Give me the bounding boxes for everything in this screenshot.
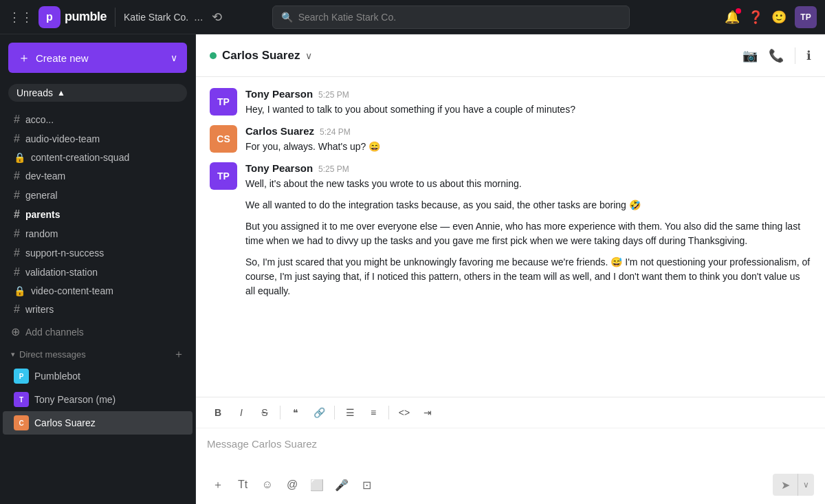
link-button[interactable]: 🔗 bbox=[308, 403, 330, 422]
dm-name: Pumblebot bbox=[34, 371, 80, 382]
bottom-toolbar: ＋ Tt ☺ @ ⬜ 🎤 ⊡ ➤ ∨ bbox=[196, 470, 825, 504]
sidebar-item-validation-station[interactable]: #validation-station bbox=[3, 263, 192, 282]
sidebar-item-random[interactable]: #random bbox=[3, 224, 192, 243]
hash-icon: # bbox=[14, 247, 20, 259]
message-group-2: CS Carlos Suarez 5:24 PM For you, always… bbox=[210, 125, 811, 154]
sidebar-item-content-creation-squad[interactable]: 🔒content-creation-squad bbox=[3, 149, 192, 166]
attach-button[interactable]: ＋ bbox=[207, 474, 229, 496]
history-icon[interactable]: ⟲ bbox=[212, 10, 222, 25]
message-paragraph-1: Well, it's about the new tasks you wrote… bbox=[245, 177, 811, 191]
channel-name: content-creation-squad bbox=[31, 152, 129, 163]
dm-name: Tony Pearson (me) bbox=[34, 394, 116, 405]
toolbar-divider-1 bbox=[280, 406, 280, 419]
toolbar-divider-2 bbox=[334, 406, 335, 419]
top-nav: ⋮⋮ p pumble Katie Stark Co. ... ⟲ 🔍 🔔 ❓ … bbox=[0, 0, 825, 34]
sidebar-item-general[interactable]: #general bbox=[3, 186, 192, 205]
hash-icon: # bbox=[14, 170, 20, 182]
message-input-area bbox=[196, 428, 825, 470]
message-paragraph-4: So, I'm just scared that you might be un… bbox=[245, 255, 811, 298]
toolbar-divider-3 bbox=[388, 406, 389, 419]
text-format-button[interactable]: Tt bbox=[232, 474, 254, 496]
user-avatar[interactable]: TP bbox=[795, 6, 817, 28]
message-sender-3: Tony Pearson bbox=[245, 162, 313, 174]
add-channels-plus-icon: ⊕ bbox=[11, 325, 20, 338]
bold-button[interactable]: B bbox=[207, 403, 229, 422]
add-channels-button[interactable]: ⊕ Add channels bbox=[0, 322, 195, 342]
ordered-list-button[interactable]: ☰ bbox=[339, 403, 361, 422]
unreads-button[interactable]: Unreads ▲ bbox=[8, 84, 187, 102]
carlos-avatar: C bbox=[14, 415, 29, 430]
chat-header: Carlos Suarez ∨ 📷 📞 ℹ bbox=[196, 34, 825, 77]
search-input[interactable] bbox=[298, 12, 621, 23]
apps-icon[interactable]: ⋮⋮ bbox=[8, 10, 33, 25]
create-new-label: Create new bbox=[36, 52, 89, 64]
hash-icon: # bbox=[14, 266, 20, 278]
channel-name: acco... bbox=[25, 114, 54, 125]
info-icon[interactable]: ℹ bbox=[806, 48, 811, 63]
video-call-icon[interactable]: 📷 bbox=[742, 48, 758, 63]
dm-item-pumblebot[interactable]: P Pumblebot bbox=[3, 364, 192, 388]
code-button[interactable]: <> bbox=[393, 403, 415, 422]
contact-dropdown-icon[interactable]: ∨ bbox=[305, 50, 312, 61]
unordered-list-button[interactable]: ≡ bbox=[362, 403, 384, 422]
main-layout: ＋ Create new ∨ Unreads ▲ #acco... #audio… bbox=[0, 34, 825, 504]
audio-button[interactable]: 🎤 bbox=[331, 474, 353, 496]
help-icon[interactable]: ❓ bbox=[748, 10, 763, 25]
sidebar-item-support-n-success[interactable]: #support-n-success bbox=[3, 243, 192, 263]
emoji-picker-button[interactable]: ☺ bbox=[256, 474, 278, 496]
hash-icon: # bbox=[14, 113, 20, 126]
send-options-button[interactable]: ∨ bbox=[798, 474, 814, 496]
channel-list: #acco... #audio-video-team 🔒content-crea… bbox=[0, 107, 195, 322]
mention-button[interactable]: @ bbox=[281, 474, 303, 496]
lock-icon: 🔒 bbox=[14, 152, 25, 163]
section-chevron-icon: ▾ bbox=[11, 350, 15, 359]
phone-call-icon[interactable]: 📞 bbox=[769, 48, 784, 63]
message-composer: B I S ❝ 🔗 ☰ ≡ <> ⇥ ＋ Tt ☺ @ ⬜ bbox=[196, 397, 825, 504]
dm-item-tony[interactable]: T Tony Pearson (me) bbox=[3, 388, 192, 411]
expand-button[interactable]: ⊡ bbox=[355, 474, 377, 496]
dm-item-carlos[interactable]: C Carlos Suarez bbox=[3, 411, 192, 435]
create-new-button[interactable]: ＋ Create new ∨ bbox=[8, 43, 187, 73]
sidebar-item-writers[interactable]: #writers bbox=[3, 300, 192, 319]
sidebar-item-parents[interactable]: #parents bbox=[3, 205, 192, 224]
channel-name: dev-team bbox=[25, 171, 65, 182]
message-text-2: For you, always. What's up? 😄 bbox=[245, 140, 811, 154]
hash-icon: # bbox=[14, 228, 20, 240]
indent-button[interactable]: ⇥ bbox=[417, 403, 439, 422]
strikethrough-button[interactable]: S bbox=[254, 403, 276, 422]
message-content-3: Tony Pearson 5:25 PM Well, it's about th… bbox=[245, 162, 811, 298]
message-input[interactable] bbox=[207, 437, 814, 451]
quote-button[interactable]: ❝ bbox=[285, 403, 307, 422]
sidebar-item-video-content-team[interactable]: 🔒video-content-team bbox=[3, 282, 192, 300]
message-sender-1: Tony Pearson bbox=[245, 88, 313, 100]
sidebar-item-audio-video-team[interactable]: #audio-video-team bbox=[3, 129, 192, 149]
search-bar[interactable]: 🔍 bbox=[272, 6, 630, 29]
italic-button[interactable]: I bbox=[230, 403, 252, 422]
create-new-chevron-icon: ∨ bbox=[170, 52, 177, 63]
pumble-logo: p bbox=[38, 6, 60, 28]
sidebar-top: ＋ Create new ∨ bbox=[0, 34, 195, 78]
message-group-3: TP Tony Pearson 5:25 PM Well, it's about… bbox=[210, 162, 811, 298]
emoji-icon[interactable]: 🙂 bbox=[771, 10, 786, 25]
add-dm-icon[interactable]: ＋ bbox=[173, 347, 184, 362]
channel-name: general bbox=[25, 190, 58, 201]
lock-icon: 🔒 bbox=[14, 285, 25, 296]
tony-msg-avatar-2: TP bbox=[210, 162, 237, 190]
message-time-3: 5:25 PM bbox=[318, 164, 349, 174]
logo-area: p pumble bbox=[38, 6, 107, 28]
unreads-label: Unreads bbox=[16, 87, 53, 98]
chat-header-actions: 📷 📞 ℹ bbox=[742, 47, 811, 64]
carlos-msg-avatar: CS bbox=[210, 125, 237, 153]
notifications-icon[interactable]: 🔔 bbox=[725, 10, 740, 25]
media-button[interactable]: ⬜ bbox=[306, 474, 328, 496]
chat-area: Carlos Suarez ∨ 📷 📞 ℹ TP Tony Pearson 5:… bbox=[196, 34, 825, 504]
sidebar-item-acco[interactable]: #acco... bbox=[3, 110, 192, 129]
online-status-indicator bbox=[210, 52, 217, 59]
direct-messages-section-header[interactable]: ▾ Direct messages ＋ bbox=[0, 342, 195, 364]
workspace-more-button[interactable]: ... bbox=[194, 11, 203, 23]
message-paragraph-3: But you assigned it to me over everyone … bbox=[245, 219, 811, 248]
send-button[interactable]: ➤ bbox=[773, 474, 798, 496]
messages-area: TP Tony Pearson 5:25 PM Hey, I wanted to… bbox=[196, 77, 825, 397]
sidebar-item-dev-team[interactable]: #dev-team bbox=[3, 166, 192, 186]
format-toolbar: B I S ❝ 🔗 ☰ ≡ <> ⇥ bbox=[196, 397, 825, 428]
